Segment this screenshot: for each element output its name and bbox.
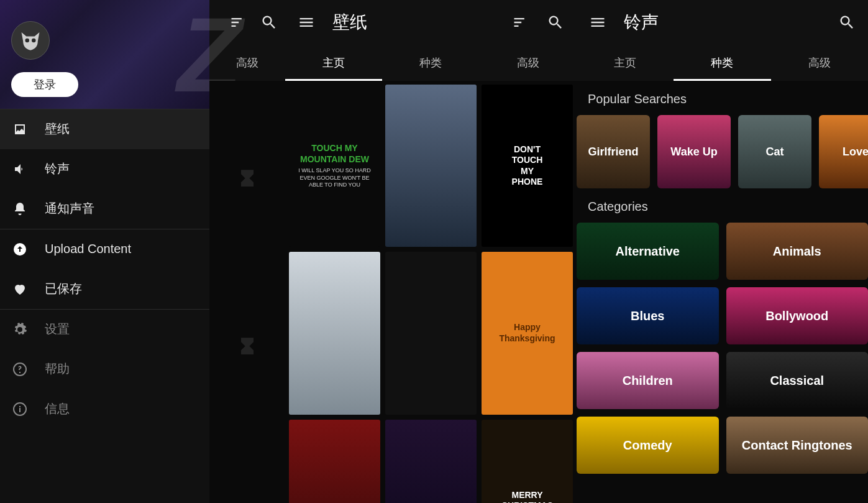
popular-search-tile[interactable]: Cat (738, 115, 811, 188)
drawer-header: Z 登录 (0, 0, 209, 109)
wallpaper-tile[interactable]: Happy Thanksgiving (482, 252, 573, 414)
info-icon (12, 402, 27, 417)
category-tile[interactable]: Children (577, 352, 719, 409)
nav-item-info[interactable]: 信息 (0, 389, 209, 429)
upload-icon (12, 242, 27, 257)
nav-item-gear[interactable]: 设置 (0, 310, 209, 349)
nav-item-heart[interactable]: 已保存 (0, 269, 209, 309)
appbar: 壁纸 (285, 0, 577, 45)
login-button[interactable]: 登录 (11, 72, 78, 97)
category-tile[interactable]: Alternative (577, 223, 719, 280)
wallpaper-tile[interactable]: MERRY CHRISTMAS (482, 420, 573, 503)
category-tile[interactable]: Classical (726, 352, 869, 409)
bell-icon (12, 201, 27, 216)
nav-item-label: 铃声 (45, 160, 70, 177)
image-icon (12, 122, 27, 137)
popular-search-tile[interactable]: Love (819, 115, 868, 188)
tabs: 高级 (209, 45, 285, 81)
category-tile[interactable]: Animals (726, 223, 869, 280)
category-tile[interactable]: Bollywood (726, 287, 869, 344)
search-icon[interactable] (260, 14, 278, 31)
wallpaper-tab-0[interactable]: 主页 (285, 45, 382, 81)
section-popular-title: Popular Searches (577, 81, 868, 115)
nav-item-bell[interactable]: 通知声音 (0, 189, 209, 229)
wallpaper-tile[interactable] (289, 420, 380, 503)
volume-icon (12, 162, 27, 177)
help-icon (12, 362, 27, 377)
wallpaper-tile[interactable]: TOUCH MY MOUNTAIN DEWI WILL SLAP YOU SO … (289, 85, 380, 247)
hourglass-icon (235, 336, 260, 361)
wallpaper-tile[interactable]: DON'T TOUCH MY PHONE (482, 85, 573, 247)
sort-icon[interactable] (512, 14, 529, 31)
svg-point-0 (25, 39, 29, 43)
wallpaper-tab-1[interactable]: 种类 (382, 45, 479, 81)
nav-item-label: 信息 (45, 400, 70, 417)
svg-point-1 (32, 39, 36, 43)
hamburger-icon[interactable] (298, 14, 315, 31)
ringtone-categories-content[interactable]: Popular Searches GirlfriendWake UpCatLov… (577, 81, 868, 503)
wallpaper-tab-2[interactable]: 高级 (480, 45, 577, 81)
content-loading (209, 81, 285, 503)
category-tile[interactable]: Contact Ringtones (726, 417, 869, 474)
ringtone-tab-0[interactable]: 主页 (577, 45, 674, 81)
gear-icon (12, 322, 27, 337)
nav-item-label: 通知声音 (45, 200, 94, 217)
ringtone-tab-1[interactable]: 种类 (674, 45, 770, 81)
nav-item-label: Upload Content (45, 242, 131, 256)
owl-avatar-icon (17, 27, 43, 53)
search-icon[interactable] (838, 14, 856, 31)
nav-item-label: 设置 (45, 321, 70, 338)
nav-drawer: Z 登录 壁纸铃声通知声音Upload Content已保存设置帮助信息 (0, 0, 209, 503)
nav-item-label: 帮助 (45, 361, 70, 377)
search-icon[interactable] (547, 14, 564, 31)
appbar-title: 壁纸 (332, 11, 495, 34)
avatar[interactable] (11, 21, 50, 60)
nav-item-label: 壁纸 (45, 121, 70, 137)
nav-item-help[interactable]: 帮助 (0, 349, 209, 389)
wallpaper-tile[interactable] (385, 420, 477, 503)
wallpaper-tile[interactable] (385, 85, 477, 247)
phone-pane-wallpapers: 壁纸 主页种类高级 TOUCH MY MOUNTAIN DEWI WILL SL… (285, 0, 577, 503)
tabs: 主页种类高级 (577, 45, 868, 81)
category-tile[interactable]: Comedy (577, 417, 719, 474)
phone-pane-left-sliver: 高级 (209, 0, 285, 503)
heart-icon (12, 282, 27, 297)
tabs: 主页种类高级 (285, 45, 577, 81)
nav-item-upload[interactable]: Upload Content (0, 229, 209, 269)
nav-item-label: 已保存 (45, 280, 82, 297)
appbar: 铃声 (577, 0, 868, 45)
tab-premium[interactable]: 高级 (209, 45, 285, 81)
wallpaper-tile[interactable] (289, 252, 380, 414)
wallpaper-tile[interactable] (385, 252, 477, 414)
popular-search-tile[interactable]: Wake Up (657, 115, 731, 188)
hourglass-icon (235, 168, 260, 193)
section-categories-title: Categories (577, 188, 868, 223)
nav-item-volume[interactable]: 铃声 (0, 149, 209, 189)
category-tile[interactable]: Blues (577, 287, 719, 344)
appbar-title: 铃声 (624, 11, 821, 34)
hamburger-icon[interactable] (589, 14, 606, 31)
popular-search-tile[interactable]: Girlfriend (577, 115, 650, 188)
nav-list: 壁纸铃声通知声音Upload Content已保存设置帮助信息 (0, 109, 209, 503)
wallpaper-grid-content[interactable]: TOUCH MY MOUNTAIN DEWI WILL SLAP YOU SO … (285, 81, 577, 503)
phone-pane-ringtones: 铃声 主页种类高级 Popular Searches GirlfriendWak… (577, 0, 868, 503)
ringtone-tab-2[interactable]: 高级 (771, 45, 868, 81)
